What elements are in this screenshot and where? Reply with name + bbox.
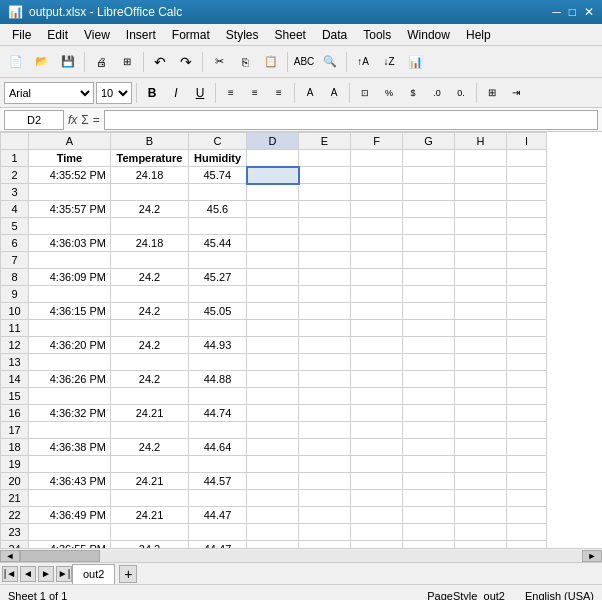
cell-i-6[interactable] [507,235,547,252]
cell-d-16[interactable] [247,405,299,422]
border-btn[interactable]: ⊞ [481,82,503,104]
row-number[interactable]: 4 [1,201,29,218]
cell-a-17[interactable] [29,422,111,439]
row-number[interactable]: 12 [1,337,29,354]
cell-d-13[interactable] [247,354,299,371]
menu-data[interactable]: Data [314,26,355,44]
cell-b-18[interactable]: 24.2 [111,439,189,456]
row-number[interactable]: 6 [1,235,29,252]
tab-next-btn[interactable]: ► [38,566,54,582]
cell-d-10[interactable] [247,303,299,320]
cell-b-16[interactable]: 24.21 [111,405,189,422]
cell-f-8[interactable] [351,269,403,286]
cell-f-4[interactable] [351,201,403,218]
cell-d-22[interactable] [247,507,299,524]
cell-a-10[interactable]: 4:36:15 PM [29,303,111,320]
currency-btn[interactable]: $ [402,82,424,104]
tab-prev-btn[interactable]: ◄ [20,566,36,582]
scrollbar-track[interactable] [20,550,582,562]
cell-e-15[interactable] [299,388,351,405]
row-number[interactable]: 16 [1,405,29,422]
cell-i-10[interactable] [507,303,547,320]
cell-a-18[interactable]: 4:36:38 PM [29,439,111,456]
cell-h-16[interactable] [455,405,507,422]
cell-e-1[interactable] [299,150,351,167]
sort-desc-btn[interactable]: ↓Z [377,50,401,74]
cell-d-1[interactable] [247,150,299,167]
cell-b-22[interactable]: 24.21 [111,507,189,524]
cell-b-10[interactable]: 24.2 [111,303,189,320]
cell-a-13[interactable] [29,354,111,371]
cell-f-3[interactable] [351,184,403,201]
cell-d-18[interactable] [247,439,299,456]
cell-g-5[interactable] [403,218,455,235]
cell-f-1[interactable] [351,150,403,167]
cell-d-2[interactable] [247,167,299,184]
spellcheck-btn[interactable]: ABC [292,50,316,74]
cell-f-20[interactable] [351,473,403,490]
cell-c-13[interactable] [189,354,247,371]
cell-h-3[interactable] [455,184,507,201]
cell-a-4[interactable]: 4:35:57 PM [29,201,111,218]
merge-btn[interactable]: ⊡ [354,82,376,104]
row-number[interactable]: 15 [1,388,29,405]
cell-c-7[interactable] [189,252,247,269]
bold-btn[interactable]: B [141,82,163,104]
cell-c-19[interactable] [189,456,247,473]
cell-g-16[interactable] [403,405,455,422]
copy-btn[interactable]: ⎘ [233,50,257,74]
cell-d-6[interactable] [247,235,299,252]
cell-d-5[interactable] [247,218,299,235]
cell-d-20[interactable] [247,473,299,490]
cell-f-17[interactable] [351,422,403,439]
cell-b-23[interactable] [111,524,189,541]
row-number[interactable]: 18 [1,439,29,456]
cell-d-4[interactable] [247,201,299,218]
col-header-b[interactable]: B [111,133,189,150]
cell-e-16[interactable] [299,405,351,422]
cell-d-11[interactable] [247,320,299,337]
cell-e-5[interactable] [299,218,351,235]
cell-a-24[interactable]: 4:36:55 PM [29,541,111,549]
cell-a-3[interactable] [29,184,111,201]
number-format-btn[interactable]: % [378,82,400,104]
cell-f-6[interactable] [351,235,403,252]
cell-b-1[interactable]: Temperature [111,150,189,167]
menu-file[interactable]: File [4,26,39,44]
cell-e-24[interactable] [299,541,351,549]
cell-h-23[interactable] [455,524,507,541]
cell-b-24[interactable]: 24.2 [111,541,189,549]
cell-b-7[interactable] [111,252,189,269]
save-btn[interactable]: 💾 [56,50,80,74]
cell-d-3[interactable] [247,184,299,201]
cell-d-23[interactable] [247,524,299,541]
cell-c-12[interactable]: 44.93 [189,337,247,354]
underline-btn[interactable]: U [189,82,211,104]
cell-b-5[interactable] [111,218,189,235]
cell-f-5[interactable] [351,218,403,235]
cell-e-20[interactable] [299,473,351,490]
cell-d-9[interactable] [247,286,299,303]
cell-i-4[interactable] [507,201,547,218]
cell-h-5[interactable] [455,218,507,235]
cell-e-22[interactable] [299,507,351,524]
maximize-btn[interactable]: □ [569,5,576,19]
cell-i-8[interactable] [507,269,547,286]
cell-h-10[interactable] [455,303,507,320]
cell-e-10[interactable] [299,303,351,320]
cell-d-19[interactable] [247,456,299,473]
cell-g-18[interactable] [403,439,455,456]
cell-i-20[interactable] [507,473,547,490]
cell-a-16[interactable]: 4:36:32 PM [29,405,111,422]
scrollbar-thumb[interactable] [20,550,100,562]
cell-h-4[interactable] [455,201,507,218]
row-number[interactable]: 23 [1,524,29,541]
cell-d-15[interactable] [247,388,299,405]
cell-c-4[interactable]: 45.6 [189,201,247,218]
cell-h-13[interactable] [455,354,507,371]
row-number[interactable]: 22 [1,507,29,524]
cell-f-21[interactable] [351,490,403,507]
cell-i-17[interactable] [507,422,547,439]
cell-b-19[interactable] [111,456,189,473]
cell-d-17[interactable] [247,422,299,439]
